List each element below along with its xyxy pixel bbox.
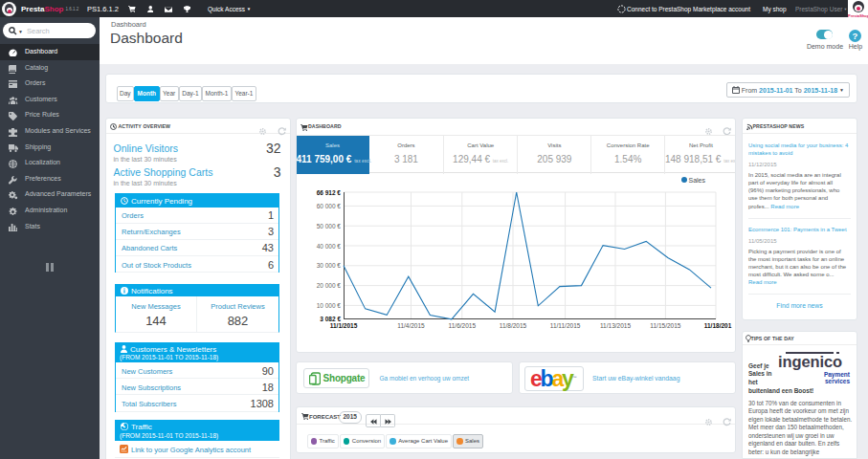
svg-text:66 912 €: 66 912 € (317, 189, 342, 196)
svg-text:20 000 €: 20 000 € (317, 282, 342, 289)
svg-text:11/15/2015: 11/15/2015 (650, 322, 680, 329)
svg-text:11/11/2015: 11/11/2015 (550, 322, 581, 329)
svg-text:40 000 €: 40 000 € (317, 243, 342, 250)
svg-text:11/6/2015: 11/6/2015 (449, 322, 477, 329)
svg-text:11/4/2015: 11/4/2015 (397, 322, 425, 329)
svg-text:60 000 €: 60 000 € (317, 203, 342, 209)
svg-text:11/18/201: 11/18/201 (704, 322, 732, 329)
svg-text:50 000 €: 50 000 € (317, 223, 342, 230)
svg-text:30 000 €: 30 000 € (317, 262, 342, 269)
svg-text:11/13/2015: 11/13/2015 (600, 322, 631, 329)
svg-text:11/1/2015: 11/1/2015 (330, 322, 358, 329)
svg-text:10 000 €: 10 000 € (317, 302, 342, 309)
svg-text:11/8/2015: 11/8/2015 (500, 322, 527, 329)
